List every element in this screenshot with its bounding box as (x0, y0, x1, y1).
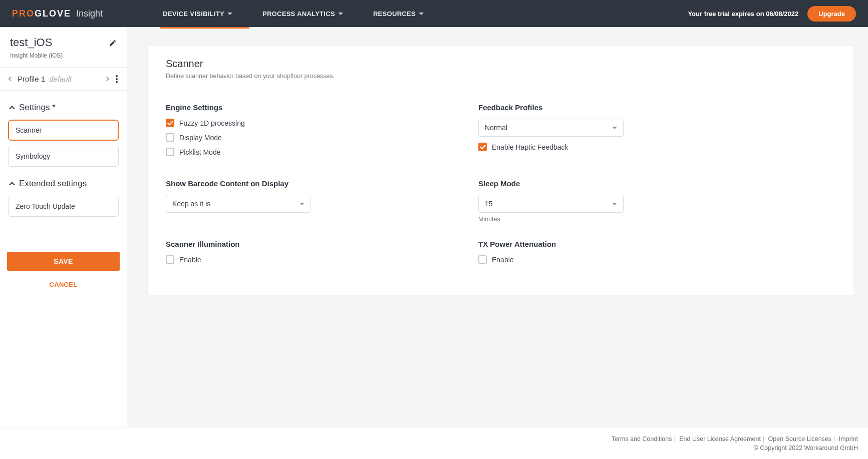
brand-sub: Insight (76, 9, 103, 19)
checkbox-picklist-mode[interactable]: Picklist Mode (166, 148, 438, 156)
kebab-menu[interactable] (116, 75, 118, 83)
feedback-profiles-group: Feedback Profiles Normal Enable Haptic F… (478, 103, 751, 162)
chevron-down-icon (227, 13, 232, 15)
top-nav: DEVICE VISIBILITY PROCESS ANALYTICS RESO… (163, 10, 688, 18)
feedback-select[interactable]: Normal (478, 119, 624, 137)
link-terms[interactable]: Terms and Conditions (612, 435, 672, 442)
brand-rest: GLOVE (35, 9, 71, 19)
profile-prev[interactable]: Profile 1 default (9, 75, 72, 83)
trial-area: Your free trial expires on 06/08/2022 Up… (688, 6, 856, 22)
checkbox-icon (166, 133, 174, 142)
sleep-unit: Minutes (478, 216, 751, 223)
settings-heading-label: Settings * (19, 103, 56, 113)
extended-heading-label: Extended settings (19, 179, 87, 189)
panel-title: Scanner (166, 58, 835, 70)
sidebar: test_iOS Insight Mobile (iOS) Profile 1 … (0, 27, 127, 427)
nav-label: RESOURCES (373, 10, 416, 18)
panel-description: Define scanner behavior based on your sh… (166, 73, 835, 80)
save-button[interactable]: SAVE (7, 252, 120, 271)
checkbox-tx-enable[interactable]: Enable (478, 255, 751, 264)
upgrade-button[interactable]: Upgrade (807, 6, 856, 22)
scanner-illumination-group: Scanner Illumination Enable (166, 240, 438, 270)
settings-heading[interactable]: Settings * (0, 91, 127, 120)
chevron-down-icon (419, 13, 424, 15)
barcode-heading: Show Barcode Content on Display (166, 179, 438, 188)
footer-copyright: © Copyright 2022 Workaround GmbH (754, 444, 858, 451)
brand-logo: PROGLOVE (12, 9, 71, 19)
checkbox-label: Enable Haptic Feedback (492, 143, 568, 151)
checkbox-icon (166, 255, 174, 264)
nav-label: DEVICE VISIBILITY (163, 10, 224, 18)
brand-accent: PRO (12, 9, 35, 19)
checkbox-icon (166, 148, 174, 156)
chevron-left-icon (9, 77, 14, 82)
tx-power-group: TX Power Attenuation Enable (478, 240, 751, 270)
nav-process-analytics[interactable]: PROCESS ANALYTICS (262, 10, 343, 18)
sleep-heading: Sleep Mode (478, 179, 751, 188)
chevron-down-icon (612, 127, 617, 129)
sidebar-item-scanner[interactable]: Scanner (8, 120, 119, 141)
page-title: test_iOS (10, 36, 52, 49)
checkbox-display-mode[interactable]: Display Mode (166, 133, 438, 142)
checkbox-label: Fuzzy 1D processing (179, 119, 245, 127)
profile-default: default (49, 75, 72, 83)
chevron-up-icon (9, 106, 15, 111)
checkbox-icon (166, 119, 174, 127)
nav-device-visibility[interactable]: DEVICE VISIBILITY (163, 10, 232, 18)
select-value: 15 (485, 200, 493, 208)
scanner-panel: Scanner Define scanner behavior based on… (147, 46, 854, 295)
chevron-down-icon (300, 203, 305, 205)
chevron-up-icon (9, 182, 15, 187)
footer-links: Terms and Conditions| End User License A… (612, 435, 858, 442)
link-imprint[interactable]: Imprint (839, 435, 858, 442)
select-value: Keep as it is (172, 200, 210, 208)
sidebar-item-zero-touch[interactable]: Zero Touch Update (8, 196, 119, 217)
tx-heading: TX Power Attenuation (478, 240, 751, 248)
chevron-right-icon[interactable] (105, 77, 110, 82)
extended-heading[interactable]: Extended settings (0, 167, 127, 196)
checkbox-icon (478, 255, 487, 264)
illumination-heading: Scanner Illumination (166, 240, 438, 248)
checkbox-label: Picklist Mode (179, 148, 220, 156)
nav-label: PROCESS ANALYTICS (262, 10, 335, 18)
barcode-content-group: Show Barcode Content on Display Keep as … (166, 179, 438, 223)
app-header: PROGLOVE Insight DEVICE VISIBILITY PROCE… (0, 0, 868, 27)
cancel-button[interactable]: CANCEL (7, 271, 120, 290)
checkbox-illumination-enable[interactable]: Enable (166, 255, 438, 264)
sleep-select[interactable]: 15 (478, 195, 624, 213)
page-subtitle: Insight Mobile (iOS) (0, 52, 127, 67)
checkbox-label: Enable (492, 256, 514, 264)
engine-settings-group: Engine Settings Fuzzy 1D processing Disp… (166, 103, 438, 162)
checkbox-haptic-feedback[interactable]: Enable Haptic Feedback (478, 143, 751, 151)
link-eula[interactable]: End User License Agreement (679, 435, 761, 442)
checkbox-label: Display Mode (179, 134, 222, 142)
checkbox-icon (478, 143, 487, 151)
profile-label: Profile 1 (18, 75, 45, 83)
nav-resources[interactable]: RESOURCES (373, 10, 424, 18)
brand: PROGLOVE Insight (12, 9, 103, 19)
checkbox-label: Enable (179, 256, 201, 264)
pencil-icon[interactable] (109, 39, 117, 47)
footer: Terms and Conditions| End User License A… (0, 427, 868, 459)
chevron-down-icon (338, 13, 343, 15)
select-value: Normal (485, 124, 507, 132)
main: Scanner Define scanner behavior based on… (127, 27, 868, 427)
sleep-mode-group: Sleep Mode 15 Minutes (478, 179, 751, 223)
tab-indicator (160, 27, 249, 29)
feedback-heading: Feedback Profiles (478, 103, 751, 112)
trial-text: Your free trial expires on 06/08/2022 (688, 10, 798, 18)
link-oss[interactable]: Open Source Licenses (768, 435, 831, 442)
barcode-select[interactable]: Keep as it is (166, 195, 311, 213)
profile-row: Profile 1 default (0, 68, 127, 91)
chevron-down-icon (612, 203, 617, 205)
checkbox-fuzzy-1d[interactable]: Fuzzy 1D processing (166, 119, 438, 127)
engine-heading: Engine Settings (166, 103, 438, 112)
sidebar-item-symbology[interactable]: Symbology (8, 146, 119, 167)
